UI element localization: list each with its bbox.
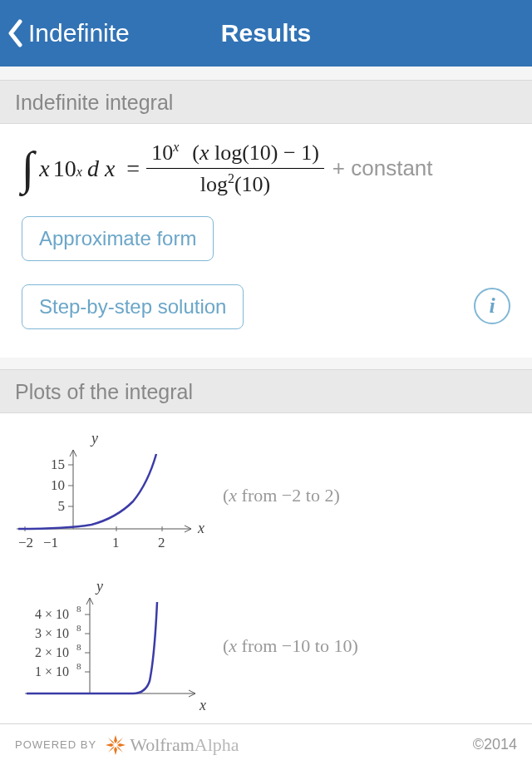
footer: POWERED BY WolframAlpha ©2014 (0, 723, 532, 765)
wolfram-burst-icon (105, 734, 126, 756)
plot-2-caption: (x from −10 to 10) (216, 635, 532, 657)
num-x: x (200, 141, 209, 165)
integrand-base: 10 (53, 155, 76, 182)
svg-text:10: 10 (51, 477, 65, 493)
svg-text:2 × 10: 2 × 10 (35, 645, 69, 659)
svg-line-34 (86, 598, 90, 605)
svg-line-35 (90, 598, 93, 605)
svg-text:x: x (199, 697, 206, 713)
result-fraction: 10x (x log(10) − 1) log2(10) (146, 139, 324, 198)
svg-text:5: 5 (58, 498, 66, 514)
svg-line-10 (185, 526, 191, 529)
svg-text:8: 8 (76, 604, 81, 614)
svg-text:8: 8 (76, 623, 81, 633)
plots-container: y 15 10 5 −2 −1 1 2 x (0, 413, 532, 730)
svg-marker-41 (114, 747, 117, 755)
svg-text:3 × 10: 3 × 10 (35, 626, 69, 640)
info-button[interactable]: i (474, 288, 510, 324)
svg-text:2: 2 (158, 535, 165, 550)
svg-marker-40 (114, 735, 117, 743)
svg-marker-45 (116, 738, 123, 744)
svg-marker-42 (106, 743, 114, 747)
svg-text:15: 15 (51, 457, 65, 472)
back-label: Indefinite (28, 19, 130, 47)
copyright-text: ©2014 (473, 736, 517, 753)
powered-by-label: POWERED BY (15, 738, 96, 751)
integrand-dx: d x (87, 155, 115, 182)
plot-1: y 15 10 5 −2 −1 1 2 x (0, 425, 216, 566)
integrand-x: x (39, 155, 49, 182)
integrand-exp: x (76, 165, 82, 180)
svg-text:−2: −2 (18, 535, 33, 550)
svg-marker-47 (116, 746, 123, 753)
svg-marker-44 (108, 738, 115, 744)
svg-marker-46 (108, 746, 115, 753)
back-button[interactable]: Indefinite (0, 19, 130, 47)
chevron-left-icon (7, 19, 23, 47)
svg-line-11 (185, 529, 191, 532)
integral-equation: ∫ x 10x d x = 10x (x log(10) − 1) log2(1… (22, 139, 524, 216)
paren-open: ( (192, 141, 200, 165)
svg-line-38 (189, 693, 195, 697)
section-header-integral: Indefinite integral (0, 80, 532, 124)
den-arg: (10) (234, 172, 270, 196)
section-header-plots: Plots of the integral (0, 369, 532, 413)
plot-2: y 4 × 108 3 × 108 2 × 108 1 × 108 x (0, 573, 216, 718)
num-log-arg: (10) (242, 141, 278, 165)
den-sup: 2 (228, 171, 234, 185)
num-minus: − 1 (278, 141, 313, 165)
svg-line-8 (73, 450, 76, 457)
svg-text:8: 8 (76, 661, 81, 671)
svg-text:−1: −1 (43, 535, 58, 550)
brand-wolfram: Wolfram (130, 734, 195, 755)
svg-text:y: y (95, 578, 103, 595)
svg-text:x: x (197, 520, 204, 536)
info-icon: i (489, 294, 495, 318)
svg-marker-43 (117, 743, 126, 747)
cap1-text: from −2 to 2) (237, 485, 340, 506)
svg-line-37 (189, 690, 195, 693)
paren-close: ) (312, 141, 319, 165)
svg-text:8: 8 (76, 642, 81, 652)
svg-text:1: 1 (112, 535, 120, 550)
den-log: log (200, 172, 228, 196)
integrand: x 10x d x (34, 155, 120, 182)
cap2-var: x (229, 635, 237, 656)
num-base: 10 (151, 141, 173, 165)
cap1-var: x (229, 485, 237, 506)
equals-sign: = (120, 155, 146, 182)
wolfram-logo: WolframAlpha (105, 734, 239, 756)
step-by-step-button[interactable]: Step-by-step solution (22, 284, 244, 329)
approximate-form-button[interactable]: Approximate form (22, 216, 214, 261)
plot-1-caption: (x from −2 to 2) (216, 485, 532, 506)
integral-result: ∫ x 10x d x = 10x (x log(10) − 1) log2(1… (0, 124, 532, 358)
svg-text:4 × 10: 4 × 10 (35, 607, 69, 621)
svg-text:1 × 10: 1 × 10 (35, 664, 69, 679)
brand-alpha: Alpha (195, 734, 239, 755)
integral-sign-icon: ∫ (22, 150, 34, 187)
num-log: log (209, 141, 242, 165)
constant-text: + constant (324, 155, 433, 181)
num-exp: x (173, 140, 179, 154)
cap2-text: from −10 to 10) (237, 635, 358, 656)
plot1-y-label: y (90, 430, 98, 447)
svg-line-7 (70, 450, 73, 457)
